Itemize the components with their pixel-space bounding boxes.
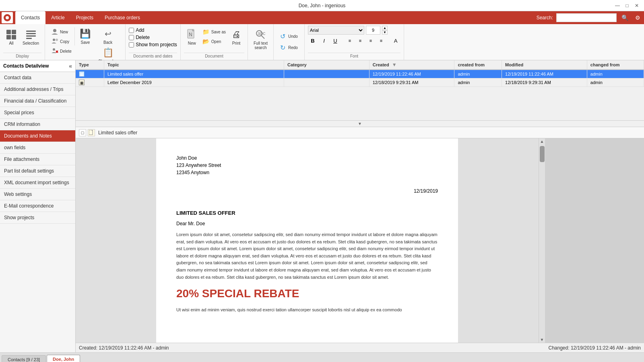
- ribbon-group-document: N New 📁 Save as 📂 Open 🖨: [181, 24, 248, 60]
- tab-doe-john[interactable]: Doe, John: [47, 355, 80, 362]
- table-row[interactable]: ▦ Limited sales offer 12/19/2019 11:22:4…: [76, 70, 644, 78]
- italic-button[interactable]: I: [319, 36, 329, 45]
- selection-button[interactable]: Selection: [20, 27, 41, 47]
- doc-type-icon-blue: ▦: [79, 71, 85, 77]
- minimize-button[interactable]: —: [613, 2, 621, 10]
- all-button[interactable]: All: [3, 27, 19, 47]
- row2-category: [284, 78, 369, 87]
- back-button[interactable]: ↩ Back: [95, 27, 121, 45]
- close-button[interactable]: ✕: [633, 2, 641, 10]
- sidebar-item-additional-addresses[interactable]: Additional addresses / Trips: [0, 84, 75, 95]
- document-group-label: Document: [184, 53, 244, 58]
- sidebar-item-own-fields[interactable]: own fields: [0, 142, 75, 154]
- font-color-button[interactable]: A: [391, 36, 400, 45]
- ribbon: All Selection Display: [0, 24, 644, 60]
- underline-button[interactable]: U: [330, 36, 340, 45]
- docs-dates-col: Add Delete Show from projects: [129, 27, 177, 47]
- add-checkbox[interactable]: [129, 28, 134, 33]
- copy-icon: [51, 38, 58, 45]
- scroll-down-arrow[interactable]: ▼: [358, 121, 362, 126]
- fulltext-search-button[interactable]: abc Full textsearch: [251, 27, 270, 51]
- row2-topic: Letter December 2019: [104, 78, 284, 87]
- sidebar-item-email[interactable]: E-Mail correspondence: [0, 200, 75, 212]
- row2-changed-from: admin: [587, 78, 644, 87]
- menu-tab-projects[interactable]: Projects: [70, 11, 99, 24]
- sidebar-item-special-prices[interactable]: Special prices: [0, 107, 75, 119]
- menu-tab-article[interactable]: Article: [45, 11, 70, 24]
- doc-toolbar-page-icon[interactable]: □: [79, 129, 86, 136]
- align-justify-button[interactable]: ≡: [377, 36, 386, 45]
- doc-salutation: Dear Mr. Doe: [176, 221, 438, 226]
- undo-button[interactable]: ↺ Undo: [277, 32, 301, 41]
- menu-tab-purchase-orders[interactable]: Purchase orders: [99, 11, 146, 24]
- sidebar-item-documents-notes[interactable]: Documents and Notes: [0, 130, 75, 142]
- documents-table: Type Topic Category Created ▼ created fr…: [76, 60, 644, 87]
- all-icon: [6, 29, 17, 40]
- font-size-input[interactable]: [366, 26, 380, 35]
- scrollbar-down-arrow[interactable]: ▼: [539, 337, 545, 343]
- new-doc-icon: N: [186, 29, 198, 40]
- ribbon-group-fulltext: abc Full textsearch: [248, 24, 274, 60]
- menu-tab-contacts[interactable]: Contacts: [15, 11, 45, 24]
- scrollbar-up-arrow[interactable]: ▲: [539, 138, 545, 144]
- document-buttons: N New 📁 Save as 📂 Open 🖨: [184, 26, 244, 53]
- settings-icon-btn[interactable]: ⚙: [633, 13, 642, 23]
- doc-type-icon-yellow: ▦: [79, 80, 85, 85]
- copy-button[interactable]: Copy: [50, 37, 74, 46]
- show-projects-checkbox-item[interactable]: Show from projects: [129, 42, 177, 47]
- sidebar-item-part-list[interactable]: Part list default settings: [0, 165, 75, 177]
- document-buttons-row: N New 📁 Save as 📂 Open 🖨: [184, 27, 244, 47]
- sidebar-item-file-attachments[interactable]: File attachments: [0, 154, 75, 165]
- new-doc-button[interactable]: N New: [184, 27, 200, 47]
- open-button[interactable]: 📂 Open: [201, 37, 227, 46]
- font-color-icon: A: [394, 38, 398, 44]
- maximize-button[interactable]: □: [623, 2, 631, 10]
- font-size-down[interactable]: ▼: [382, 30, 388, 35]
- sidebar-item-web-settings[interactable]: Web settings: [0, 189, 75, 200]
- save-as-button[interactable]: 📁 Save as: [201, 27, 227, 36]
- search-icon-btn[interactable]: 🔍: [620, 13, 630, 23]
- row-topic: Limited sales offer: [104, 70, 284, 78]
- col-created[interactable]: Created ▼: [369, 60, 454, 70]
- font-size-up[interactable]: ▲: [382, 26, 388, 30]
- align-left-button[interactable]: ≡: [345, 36, 354, 45]
- selection-label: Selection: [23, 41, 39, 45]
- row2-created: 12/18/2019 9:29:31 AM: [369, 78, 454, 87]
- sidebar-item-contact-data[interactable]: Contact data: [0, 72, 75, 84]
- search-input[interactable]: [556, 13, 617, 22]
- redo-label: Redo: [288, 45, 298, 50]
- delete-dates-label: Delete: [136, 35, 150, 40]
- delete-dates-checkbox[interactable]: [129, 35, 134, 40]
- row-type: ▦: [76, 70, 104, 78]
- logo-dot: [6, 16, 9, 19]
- sidebar-collapse-btn[interactable]: «: [69, 63, 72, 69]
- delete-checkbox-item[interactable]: Delete: [129, 35, 177, 40]
- add-checkbox-item[interactable]: Add: [129, 27, 177, 33]
- align-right-button[interactable]: ≡: [366, 36, 375, 45]
- sidebar-item-financial-data[interactable]: Financial data / Classification: [0, 95, 75, 107]
- sidebar-item-crm-information[interactable]: CRM information: [0, 119, 75, 130]
- title-bar: Doe, John - ingenious — □ ✕: [0, 0, 644, 11]
- sidebar-item-show-projects[interactable]: Show projects: [0, 212, 75, 224]
- align-center-button[interactable]: ≡: [356, 36, 365, 45]
- app-logo[interactable]: [2, 12, 13, 23]
- scrollbar-thumb[interactable]: [540, 146, 545, 162]
- redo-button[interactable]: ↻ Redo: [277, 43, 301, 53]
- new-icon: +: [51, 28, 58, 35]
- redo-icon: ↻: [279, 44, 287, 52]
- bold-button[interactable]: B: [308, 36, 318, 45]
- table-row[interactable]: ▦ Letter December 2019 12/18/2019 9:29:3…: [76, 78, 644, 87]
- save-button[interactable]: 💾 Save: [76, 27, 94, 45]
- svg-rect-6: [26, 35, 36, 37]
- new-button[interactable]: + New: [50, 27, 74, 36]
- font-name-select[interactable]: Arial Times New Roman Verdana Calibri: [308, 26, 364, 35]
- open-label: Open: [211, 39, 221, 44]
- show-projects-checkbox[interactable]: [129, 42, 134, 47]
- doc-toolbar-doc-icon[interactable]: [88, 129, 95, 136]
- print-button[interactable]: 🖨 Print: [228, 27, 244, 47]
- sidebar-item-xml-import[interactable]: XML document import settings: [0, 177, 75, 189]
- print-icon: 🖨: [231, 29, 242, 40]
- tab-contacts-list[interactable]: Contacts [9 / 23]: [2, 355, 46, 362]
- undo-label: Undo: [288, 34, 298, 39]
- delete-button[interactable]: Delete: [50, 47, 74, 56]
